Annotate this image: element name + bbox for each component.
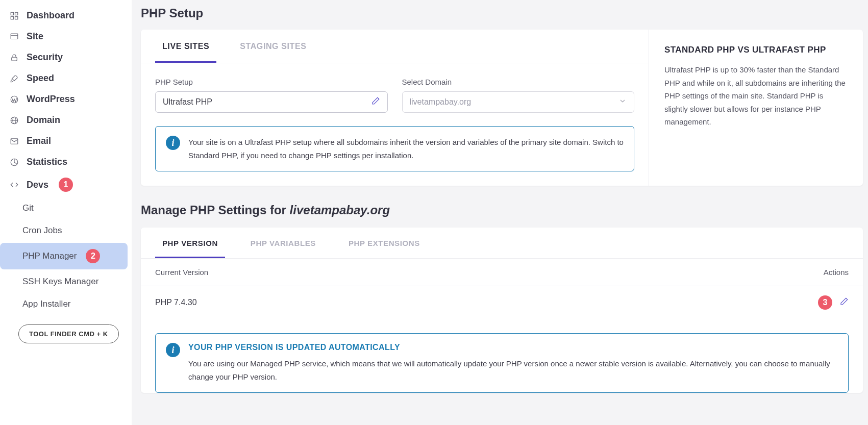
table-row: PHP 7.4.30 3 (141, 286, 863, 319)
globe-icon (9, 115, 19, 126)
svg-rect-0 (11, 12, 13, 15)
annotation-badge-2: 2 (86, 249, 100, 263)
select-domain-value: livetampabay.org (410, 97, 619, 107)
sidebar-item-label: Domain (27, 115, 60, 126)
dashboard-icon (9, 11, 19, 21)
sidebar-item-domain[interactable]: Domain (0, 110, 132, 131)
sidebar-item-label: Devs (27, 180, 48, 190)
chevron-down-icon (618, 97, 627, 107)
auto-update-title: YOUR PHP VERSION IS UPDATED AUTOMATICALL… (188, 343, 838, 352)
vtab-php-version[interactable]: PHP VERSION (155, 228, 225, 258)
sidebar-sub-label: Cron Jobs (22, 226, 62, 236)
auto-update-banner: i YOUR PHP VERSION IS UPDATED AUTOMATICA… (155, 333, 849, 393)
row-actions: 3 (815, 295, 849, 310)
sidebar-sub-ssh[interactable]: SSH Keys Manager (0, 270, 132, 293)
wordpress-icon (9, 94, 19, 105)
tab-staging-sites[interactable]: STAGING SITES (233, 30, 313, 63)
sidebar-sub-cron[interactable]: Cron Jobs (0, 219, 132, 242)
sidebar-item-devs[interactable]: Devs 1 (0, 172, 132, 197)
sidebar-item-dashboard[interactable]: Dashboard (0, 5, 132, 26)
pencil-icon[interactable] (371, 96, 380, 108)
chart-icon (9, 157, 19, 167)
svg-rect-3 (15, 16, 18, 19)
annotation-badge-3: 3 (818, 295, 832, 310)
side-panel-text: Ultrafast PHP is up to 30% faster than t… (664, 63, 848, 129)
annotation-badge-1: 1 (59, 178, 73, 192)
sidebar-item-statistics[interactable]: Statistics (0, 152, 132, 172)
site-icon (9, 32, 19, 42)
sidebar-item-label: Speed (27, 73, 54, 84)
php-setup-value: Ultrafast PHP (163, 97, 371, 107)
lock-icon (9, 53, 19, 63)
sidebar-sub-label: SSH Keys Manager (22, 277, 98, 287)
manage-section-title: Manage PHP Settings for livetampabay.org (141, 203, 863, 217)
setup-info-banner: i Your site is on a Ultrafast PHP setup … (155, 126, 634, 171)
sidebar-sub-git[interactable]: Git (0, 197, 132, 219)
sidebar-sub-php-manager[interactable]: PHP Manager 2 (0, 243, 128, 269)
sidebar-item-label: WordPress (27, 94, 75, 105)
sidebar: Dashboard Site Security Speed WordPress … (0, 0, 132, 425)
select-domain-field: Select Domain livetampabay.org (402, 78, 635, 113)
sidebar-item-label: Statistics (27, 157, 67, 167)
vtab-php-variables[interactable]: PHP VARIABLES (243, 228, 323, 258)
svg-rect-1 (15, 12, 18, 15)
manage-card: PHP VERSION PHP VARIABLES PHP EXTENSIONS… (141, 228, 863, 393)
sidebar-sub-label: App Installer (22, 299, 71, 309)
php-setup-label: PHP Setup (155, 78, 388, 86)
rocket-icon (9, 73, 19, 84)
info-icon: i (166, 343, 180, 357)
auto-update-text: You are using our Managed PHP service, w… (188, 357, 838, 383)
select-domain-label: Select Domain (402, 78, 635, 86)
tab-live-sites[interactable]: LIVE SITES (155, 30, 216, 63)
svg-rect-4 (11, 34, 18, 39)
sidebar-sub-app-installer[interactable]: App Installer (0, 293, 132, 315)
col-current-version: Current Version (155, 268, 208, 277)
setup-info-text: Your site is on a Ultrafast PHP setup wh… (188, 136, 624, 162)
sidebar-item-label: Security (27, 52, 63, 63)
sidebar-item-label: Email (27, 136, 51, 146)
sidebar-item-label: Dashboard (27, 10, 75, 21)
main-content: PHP Setup LIVE SITES STAGING SITES PHP S… (132, 0, 868, 425)
php-setup-field: PHP Setup Ultrafast PHP (155, 78, 388, 113)
select-domain-dropdown[interactable]: livetampabay.org (402, 91, 635, 113)
version-cell: PHP 7.4.30 (155, 298, 197, 307)
php-setup-input[interactable]: Ultrafast PHP (155, 91, 388, 113)
side-panel-title: STANDARD PHP VS ULTRAFAST PHP (664, 45, 848, 55)
info-icon: i (166, 136, 180, 150)
sidebar-sub-label: Git (22, 203, 34, 213)
page-title: PHP Setup (141, 6, 863, 20)
sidebar-item-label: Site (27, 31, 43, 42)
sidebar-item-speed[interactable]: Speed (0, 68, 132, 89)
manage-title-domain: livetampabay.org (290, 203, 390, 217)
col-actions: Actions (824, 268, 849, 277)
svg-rect-6 (12, 57, 17, 61)
mail-icon (9, 136, 19, 146)
php-setup-left: LIVE SITES STAGING SITES PHP Setup Ultra… (141, 30, 649, 186)
manage-title-prefix: Manage PHP Settings for (141, 203, 290, 217)
setup-tabs: LIVE SITES STAGING SITES (141, 30, 649, 63)
version-tabs: PHP VERSION PHP VARIABLES PHP EXTENSIONS (141, 228, 863, 259)
sidebar-item-site[interactable]: Site (0, 26, 132, 47)
tool-finder-button[interactable]: TOOL FINDER CMD + K (18, 324, 119, 343)
sidebar-item-wordpress[interactable]: WordPress (0, 89, 132, 110)
version-table-header: Current Version Actions (141, 259, 863, 286)
sidebar-item-email[interactable]: Email (0, 131, 132, 152)
sidebar-sub-label: PHP Manager (22, 251, 77, 261)
code-icon (9, 180, 19, 190)
svg-rect-2 (11, 16, 13, 19)
svg-rect-11 (11, 138, 18, 144)
sidebar-item-security[interactable]: Security (0, 47, 132, 68)
php-setup-card: LIVE SITES STAGING SITES PHP Setup Ultra… (141, 30, 863, 186)
side-panel: STANDARD PHP VS ULTRAFAST PHP Ultrafast … (649, 30, 863, 186)
vtab-php-extensions[interactable]: PHP EXTENSIONS (341, 228, 427, 258)
edit-version-button[interactable] (839, 297, 849, 308)
